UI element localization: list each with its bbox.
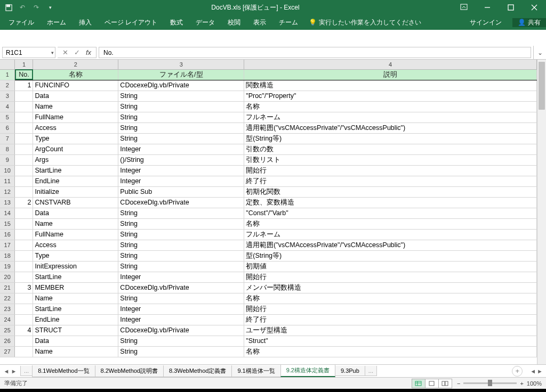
cell[interactable]: String: [118, 261, 244, 272]
cell[interactable]: 開始行: [244, 165, 537, 176]
cell[interactable]: [15, 250, 33, 261]
zoom-slider[interactable]: [463, 382, 517, 384]
hscroll-right-icon[interactable]: ►: [537, 368, 543, 374]
cell[interactable]: 型(String等): [244, 133, 537, 144]
cell[interactable]: 開始行: [244, 272, 537, 282]
cell[interactable]: Access: [33, 123, 118, 133]
cell[interactable]: フルネーム: [244, 229, 537, 240]
cell[interactable]: [15, 346, 33, 357]
cell[interactable]: String: [118, 346, 244, 357]
name-box-dropdown-icon[interactable]: ▾: [51, 50, 54, 55]
row-header[interactable]: 8: [0, 144, 15, 154]
cell[interactable]: CDocexeDlg.vb/Private: [118, 197, 244, 208]
cell[interactable]: ファイル名/型: [118, 69, 244, 80]
cell[interactable]: [15, 304, 33, 314]
cell[interactable]: FUNCINFO: [33, 80, 118, 91]
row-header[interactable]: 4: [0, 101, 15, 112]
cell[interactable]: "Const"/"Varb": [244, 208, 537, 218]
cell[interactable]: 関数構造: [244, 80, 537, 91]
sheet-nav-next-icon[interactable]: ►: [11, 368, 17, 374]
cell[interactable]: String: [118, 123, 244, 133]
cell[interactable]: 適用範囲("vsCMAccessPrivate"/"vsCMAccessPubl…: [244, 240, 537, 250]
cell[interactable]: ()/String: [118, 154, 244, 165]
cell[interactable]: 引数の数: [244, 144, 537, 154]
cell[interactable]: 初期化関数: [244, 186, 537, 197]
row-header[interactable]: 9: [0, 154, 15, 165]
cell[interactable]: Public Sub: [118, 186, 244, 197]
scrollbar-thumb[interactable]: [539, 62, 545, 110]
cell[interactable]: [15, 133, 33, 144]
row-header[interactable]: 6: [0, 123, 15, 133]
cell[interactable]: [15, 293, 33, 304]
cell[interactable]: [15, 123, 33, 133]
name-box[interactable]: R1C1 ▾: [2, 47, 55, 58]
column-header-row[interactable]: 1 2 3 4: [0, 60, 537, 69]
row-header[interactable]: 20: [0, 272, 15, 282]
row-header[interactable]: 24: [0, 314, 15, 325]
row-header[interactable]: 2: [0, 80, 15, 91]
row-header[interactable]: 3: [0, 91, 15, 101]
cell[interactable]: Integer: [118, 144, 244, 154]
cell[interactable]: Type: [33, 250, 118, 261]
cell[interactable]: [15, 261, 33, 272]
cell[interactable]: MEMBER: [33, 282, 118, 293]
cell[interactable]: 名称: [244, 218, 537, 229]
cell[interactable]: [15, 154, 33, 165]
row-header[interactable]: 5: [0, 112, 15, 123]
cell[interactable]: Integer: [118, 165, 244, 176]
cell[interactable]: STRUCT: [33, 325, 118, 336]
cell[interactable]: [15, 101, 33, 112]
cell[interactable]: Name: [33, 218, 118, 229]
ribbon-tab[interactable]: ファイル: [2, 15, 41, 30]
row-header[interactable]: 14: [0, 208, 15, 218]
cell[interactable]: 3: [15, 282, 33, 293]
cell[interactable]: [15, 272, 33, 282]
vertical-scrollbar[interactable]: [537, 60, 546, 364]
cell[interactable]: Integer: [118, 272, 244, 282]
cell[interactable]: FullName: [33, 229, 118, 240]
signin-button[interactable]: サインイン: [462, 15, 509, 30]
col-header[interactable]: 1: [15, 60, 33, 69]
row-header[interactable]: 19: [0, 261, 15, 272]
sheet-tab[interactable]: 9.1構造体一覧: [231, 365, 280, 377]
cell[interactable]: [15, 144, 33, 154]
view-normal-button[interactable]: [412, 379, 425, 388]
ribbon-tab[interactable]: 数式: [164, 15, 189, 30]
cell[interactable]: String: [118, 208, 244, 218]
cell[interactable]: Name: [33, 293, 118, 304]
cell[interactable]: String: [118, 229, 244, 240]
cell[interactable]: CDocexeDlg.vb/Private: [118, 325, 244, 336]
cell[interactable]: CDocexeDlg.vb/Private: [118, 80, 244, 91]
cell[interactable]: Name: [33, 346, 118, 357]
sheet-tab[interactable]: 9.3Pub: [335, 366, 365, 376]
cell[interactable]: 初期値: [244, 261, 537, 272]
fx-icon[interactable]: fx: [84, 48, 93, 56]
cell[interactable]: [15, 240, 33, 250]
cell[interactable]: String: [118, 250, 244, 261]
cell[interactable]: No.: [15, 69, 33, 80]
row-header[interactable]: 13: [0, 197, 15, 208]
row-header[interactable]: 17: [0, 240, 15, 250]
cell[interactable]: Integer: [118, 304, 244, 314]
cell[interactable]: ユーザ型構造: [244, 325, 537, 336]
cell[interactable]: 説明: [244, 69, 537, 80]
zoom-out-button[interactable]: −: [457, 380, 460, 387]
formula-input[interactable]: No.: [99, 47, 531, 58]
row-header[interactable]: 18: [0, 250, 15, 261]
maximize-button[interactable]: [499, 0, 523, 15]
cancel-icon[interactable]: ✕: [61, 48, 69, 56]
cell[interactable]: 2: [15, 197, 33, 208]
cell[interactable]: FullName: [33, 112, 118, 123]
row-header[interactable]: 23: [0, 304, 15, 314]
share-button[interactable]: 👤 共有: [512, 18, 546, 27]
cell[interactable]: Data: [33, 336, 118, 346]
cell[interactable]: String: [118, 293, 244, 304]
hscroll-left-icon[interactable]: ◄: [530, 368, 536, 374]
cell[interactable]: String: [118, 336, 244, 346]
cell[interactable]: Integer: [118, 176, 244, 186]
cell[interactable]: 定数、変数構造: [244, 197, 537, 208]
cell[interactable]: 開始行: [244, 304, 537, 314]
cell[interactable]: Type: [33, 133, 118, 144]
cell[interactable]: 1: [15, 80, 33, 91]
col-header[interactable]: 3: [118, 60, 244, 69]
